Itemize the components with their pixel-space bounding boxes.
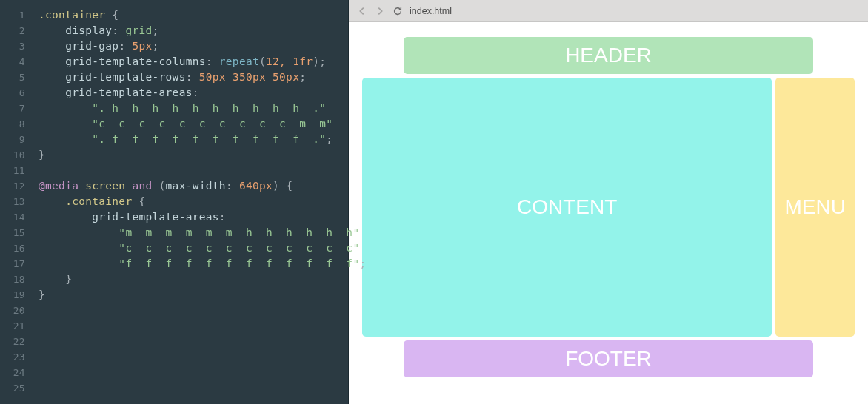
content-region: CONTENT: [362, 78, 772, 337]
line-number-gutter: 123 456 789 101112 131415 161718 192021 …: [0, 7, 31, 396]
grid-container: HEADER CONTENT MENU FOOTER: [362, 37, 855, 389]
reload-icon[interactable]: [392, 5, 404, 17]
forward-icon[interactable]: [374, 5, 386, 17]
header-region: HEADER: [404, 37, 813, 74]
address-text: index.html: [410, 6, 452, 16]
browser-toolbar: index.html: [349, 0, 868, 22]
menu-region: MENU: [775, 78, 855, 337]
code-content[interactable]: .container { display: grid; grid-gap: 5p…: [39, 7, 348, 303]
back-icon[interactable]: [356, 5, 368, 17]
footer-region: FOOTER: [404, 340, 813, 377]
rendered-page: HEADER CONTENT MENU FOOTER: [349, 22, 868, 404]
browser-preview: index.html HEADER CONTENT MENU FOOTER: [348, 0, 868, 404]
code-editor[interactable]: 123 456 789 101112 131415 161718 192021 …: [0, 0, 348, 404]
